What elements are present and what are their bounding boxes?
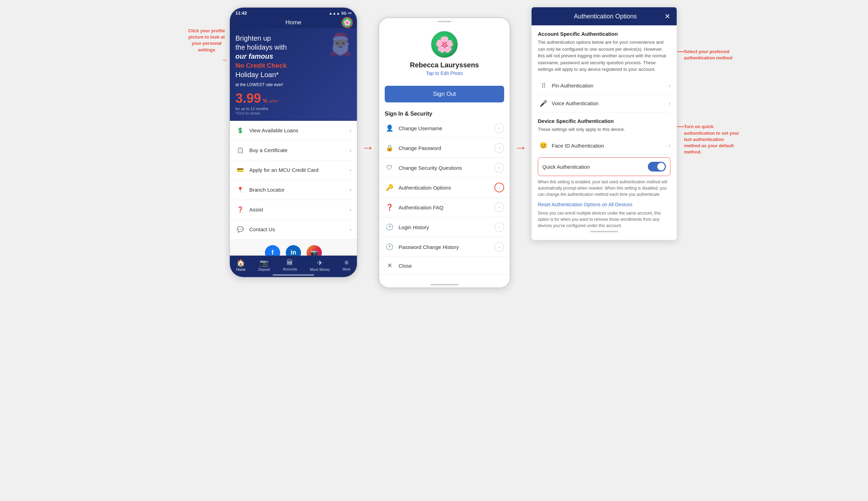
settings-label-password: Change Password bbox=[399, 145, 494, 151]
signal-icon: ▲▲▲ bbox=[329, 11, 340, 15]
auth-faq-chevron-icon: › bbox=[494, 202, 504, 212]
nav-deposit[interactable]: 📷 Deposit bbox=[258, 259, 270, 272]
linkedin-icon[interactable]: in bbox=[286, 245, 301, 256]
password-history-chevron-icon: › bbox=[494, 242, 504, 252]
settings-change-username[interactable]: 👤 Change Username › bbox=[379, 118, 510, 138]
social-bar: f in 📷 bbox=[230, 240, 357, 256]
menu-item-branch[interactable]: 📍 Branch Locator › bbox=[230, 180, 357, 200]
settings-change-password[interactable]: 🔒 Change Password › bbox=[379, 138, 510, 158]
nav-move-money[interactable]: ✈ Move Money bbox=[310, 259, 330, 272]
phone1-content: Brighten up the holidays with our famous… bbox=[230, 28, 357, 256]
voice-auth-chevron-icon: › bbox=[669, 100, 670, 107]
scroll-bar bbox=[431, 284, 458, 285]
pin-auth-icon: ⠿ bbox=[538, 82, 549, 90]
settings-label-username: Change Username bbox=[399, 125, 494, 131]
auth-item-pin[interactable]: ⠿ Pin Authentication › bbox=[538, 77, 670, 95]
settings-close[interactable]: ✕ Close bbox=[379, 257, 510, 275]
home-indicator bbox=[230, 273, 357, 277]
home-nav-title: Home bbox=[285, 19, 301, 26]
status-bar: 11:42 ▲▲▲ 5G ▭ bbox=[230, 8, 357, 17]
auth-item-voice[interactable]: 🎤 Voice Authentication › bbox=[538, 95, 670, 112]
settings-password-history[interactable]: 🕐 Password Change History › bbox=[379, 237, 510, 257]
status-icons: ▲▲▲ 5G ▭ bbox=[329, 11, 351, 15]
sign-out-button[interactable]: Sign Out bbox=[385, 86, 504, 102]
accounts-icon: 🏛 bbox=[286, 259, 293, 267]
auth-scroll-indicator bbox=[538, 229, 670, 234]
move-money-icon: ✈ bbox=[317, 259, 323, 267]
branch-chevron-icon: › bbox=[350, 187, 351, 193]
profile-edit-link[interactable]: Tap to Edit Photo bbox=[426, 70, 463, 76]
profile-avatar-nav[interactable]: 🌸 bbox=[342, 17, 353, 28]
nav-accounts[interactable]: 🏛 Accounts bbox=[283, 259, 297, 272]
loans-icon: 💲 bbox=[235, 126, 245, 135]
banner-line3: our famous bbox=[235, 52, 273, 60]
bottom-navigation: 🏠 Home 📷 Deposit 🏛 Accounts ✈ Move Money… bbox=[230, 256, 357, 273]
change-password-icon: 🔒 bbox=[385, 144, 394, 152]
menu-label-loans: View Available Loans bbox=[249, 127, 350, 133]
menu-item-loans[interactable]: 💲 View Available Loans › bbox=[230, 121, 357, 141]
banner-fine-print: *Click for details. bbox=[235, 111, 351, 115]
auth-item-faceid[interactable]: 😊 Face ID Authentication › bbox=[538, 137, 670, 155]
reset-auth-link[interactable]: Reset Authentication Options on All Devi… bbox=[538, 202, 670, 207]
assist-icon: ❓ bbox=[235, 205, 245, 215]
phone-2: 🌸 Rebecca Lauryssens Tap to Edit Photo S… bbox=[378, 17, 510, 288]
settings-change-security[interactable]: 🛡 Change Security Questions › bbox=[379, 158, 510, 178]
menu-label-credit-card: Apply for an MCU Credit Card bbox=[249, 167, 350, 173]
phone-1: 11:42 ▲▲▲ 5G ▭ Home 🌸 Brighten up the ho… bbox=[229, 7, 358, 278]
account-auth-title: Account Specific Authentication bbox=[538, 31, 670, 37]
pin-auth-chevron-icon: › bbox=[669, 83, 670, 89]
change-security-icon: 🛡 bbox=[385, 164, 394, 172]
annotation-profile-click: Click your profile picture to look at yo… bbox=[184, 28, 229, 53]
phone1-nav-bar: Home 🌸 bbox=[230, 17, 357, 28]
network-type: 5G bbox=[341, 11, 347, 15]
settings-label-login-history: Login History bbox=[399, 224, 494, 230]
reset-auth-desc: Since you can enroll multiple devices un… bbox=[538, 210, 670, 229]
menu-item-credit-card[interactable]: 💳 Apply for an MCU Credit Card › bbox=[230, 160, 357, 180]
auth-close-button[interactable]: ✕ bbox=[665, 12, 670, 20]
banner-rate: 3.99 bbox=[235, 91, 261, 106]
auth-options-chevron-icon[interactable]: › bbox=[494, 183, 504, 192]
phone1-menu-list: 💲 View Available Loans › 📋 Buy a Certifi… bbox=[230, 121, 357, 240]
home-bar bbox=[273, 274, 314, 276]
nav-home[interactable]: 🏠 Home bbox=[236, 259, 245, 272]
auth-panel-title: Authentication Options bbox=[546, 13, 665, 20]
auth-panel-header: Authentication Options ✕ bbox=[532, 7, 677, 25]
right-ann-auth-method: Select your preferred authentication met… bbox=[677, 49, 746, 61]
promo-banner[interactable]: Brighten up the holidays with our famous… bbox=[230, 28, 357, 121]
arrow-phone1-to-phone2: → bbox=[358, 140, 378, 155]
auth-scroll-bar bbox=[590, 231, 618, 232]
nav-more[interactable]: ≡ More bbox=[343, 259, 351, 272]
device-auth-section: Device Specific Authentication These set… bbox=[538, 118, 670, 133]
login-history-chevron-icon: › bbox=[494, 222, 504, 232]
settings-auth-options[interactable]: 🔑 Authentication Options › bbox=[379, 178, 510, 198]
login-history-icon: 🕐 bbox=[385, 223, 394, 231]
instagram-icon[interactable]: 📷 bbox=[307, 245, 322, 256]
banner-decoration: 🎅 bbox=[327, 32, 353, 56]
banner-line6: at the LOWEST rate ever! bbox=[235, 82, 283, 87]
banner-line1: Brighten up bbox=[235, 34, 271, 42]
banner-line2: the holidays with bbox=[235, 43, 287, 51]
profile-avatar-large[interactable]: 🌸 bbox=[431, 31, 458, 58]
settings-auth-faq[interactable]: ❓ Authentication FAQ › bbox=[379, 198, 510, 217]
nav-home-label: Home bbox=[236, 268, 245, 272]
right-ann-text-2: Turn on quick authentication to set your… bbox=[684, 124, 740, 155]
more-icon: ≡ bbox=[344, 259, 349, 267]
annotation-arrow-1: → bbox=[221, 56, 228, 64]
faceid-icon: 😊 bbox=[538, 142, 549, 149]
credit-card-icon: 💳 bbox=[235, 165, 245, 175]
right-ann-line-1 bbox=[677, 51, 684, 52]
menu-label-contact: Contact Us bbox=[249, 226, 350, 232]
right-annotations: Select your preferred authentication met… bbox=[677, 7, 746, 155]
menu-item-assist[interactable]: ❓ Assist › bbox=[230, 200, 357, 220]
phone2-top-pill bbox=[379, 18, 510, 25]
settings-login-history[interactable]: 🕐 Login History › bbox=[379, 217, 510, 237]
faceid-label: Face ID Authentication bbox=[552, 143, 669, 149]
faceid-chevron-icon: › bbox=[669, 142, 670, 149]
branch-icon: 📍 bbox=[235, 185, 245, 195]
quick-auth-toggle[interactable] bbox=[648, 162, 666, 172]
facebook-icon[interactable]: f bbox=[265, 245, 280, 256]
nav-move-money-label: Move Money bbox=[310, 268, 330, 272]
menu-item-certificate[interactable]: 📋 Buy a Certificate › bbox=[230, 141, 357, 160]
menu-item-contact[interactable]: 💬 Contact Us › bbox=[230, 220, 357, 240]
settings-label-auth-faq: Authentication FAQ bbox=[399, 204, 494, 210]
